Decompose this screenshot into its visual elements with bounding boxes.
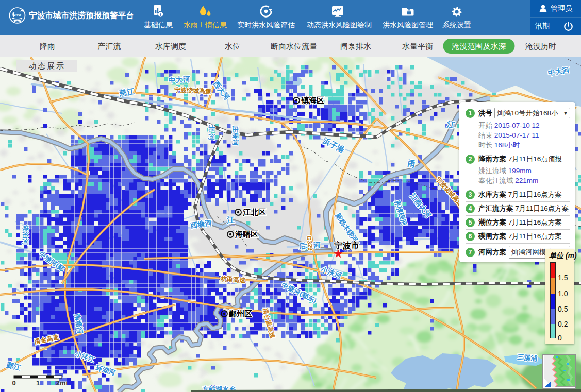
svg-text:庄桥河: 庄桥河 bbox=[231, 125, 239, 146]
svg-text:江: 江 bbox=[445, 120, 456, 130]
svg-text:湖泊河: 湖泊河 bbox=[22, 225, 29, 245]
svg-text:NBSL: NBSL bbox=[13, 13, 23, 18]
svg-text:江北区: 江北区 bbox=[242, 208, 266, 216]
svg-text:1: 1 bbox=[36, 379, 40, 387]
svg-text:江: 江 bbox=[226, 215, 235, 224]
svg-text:海曙区: 海曙区 bbox=[235, 230, 258, 238]
svg-text:2mi: 2mi bbox=[56, 379, 68, 387]
svg-text:宁波市: 宁波市 bbox=[334, 241, 360, 250]
svg-text:镇海区: 镇海区 bbox=[301, 96, 324, 105]
svg-text:中大河: 中大河 bbox=[168, 75, 190, 84]
svg-text:鄞州区: 鄞州区 bbox=[228, 309, 252, 318]
svg-text:北 河: 北 河 bbox=[208, 125, 215, 141]
svg-text:0: 0 bbox=[12, 379, 15, 387]
svg-text:甬: 甬 bbox=[407, 159, 417, 169]
